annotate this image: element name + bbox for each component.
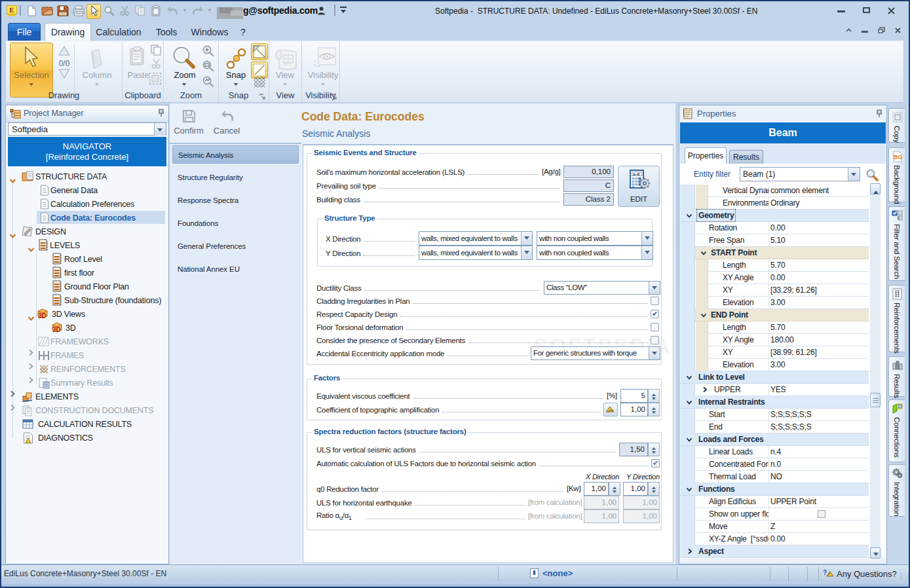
svg-text:3D: 3D	[52, 326, 61, 333]
svg-text:x÷0: x÷0	[633, 172, 640, 176]
svg-text:3D: 3D	[38, 312, 47, 320]
svg-text:E: E	[9, 6, 14, 14]
svg-text:BG: BG	[894, 154, 903, 160]
svg-text:?: ?	[823, 569, 827, 576]
